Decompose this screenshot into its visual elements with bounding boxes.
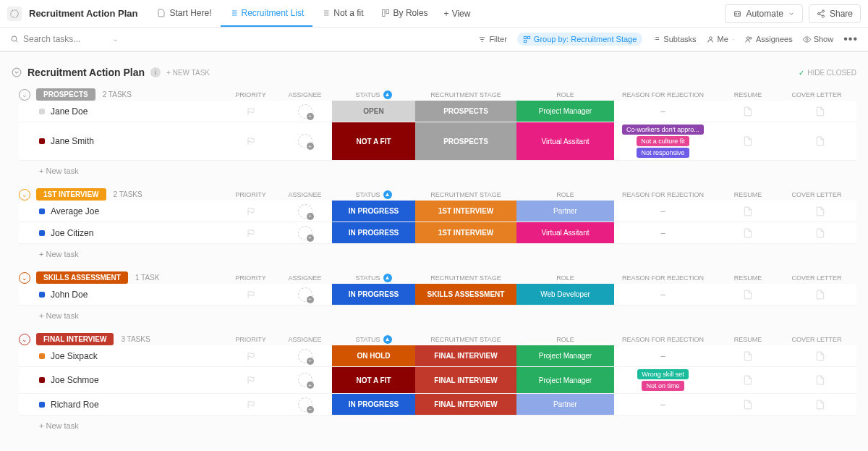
priority-cell[interactable] [224,101,278,122]
task-name[interactable]: Joe Schmoe [19,367,224,393]
stage-cell[interactable]: FINAL INTERVIEW [415,367,516,393]
collapse-icon[interactable]: ⌄ [19,89,30,101]
role-cell[interactable]: Project Manager [516,345,614,366]
document-icon[interactable] [743,289,753,300]
resume-cell[interactable] [712,122,784,160]
priority-cell[interactable] [224,394,278,415]
status-cell[interactable]: NOT A FIT [332,122,415,160]
status-cell[interactable]: NOT A FIT [332,367,415,393]
reason-cell[interactable]: – [614,201,712,222]
task-row[interactable]: Joe Schmoe NOT A FIT FINAL INTERVIEW Pro… [19,367,856,394]
role-cell[interactable]: Virtual Assitant [516,222,614,243]
group-badge[interactable]: SKILLS ASSESSMENT [36,271,128,284]
col-reason[interactable]: REASON FOR REJECTION [614,336,712,343]
document-icon[interactable] [743,399,753,410]
avatar-placeholder[interactable] [298,287,312,302]
flag-icon[interactable] [247,207,255,216]
assignee-cell[interactable] [278,122,332,160]
new-task-row[interactable]: + New task [19,161,856,175]
group-badge[interactable]: PROSPECTS [36,88,95,101]
col-priority[interactable]: PRIORITY [224,191,278,198]
col-resume[interactable]: RESUME [712,336,784,343]
document-icon[interactable] [815,227,825,239]
flag-icon[interactable] [247,290,255,299]
col-status[interactable]: STATUS▲ [332,90,415,99]
reason-cell[interactable]: – [614,345,712,366]
reason-cell[interactable]: – [614,394,712,415]
cover-cell[interactable] [784,122,856,160]
status-cell[interactable]: OPEN [332,101,415,122]
status-cell[interactable]: IN PROGRESS [332,284,415,305]
reason-tag[interactable]: Co-workers don't appro... [622,125,704,135]
col-reason[interactable]: REASON FOR REJECTION [614,191,712,198]
flag-icon[interactable] [247,107,255,116]
resume-cell[interactable] [712,394,784,415]
col-role[interactable]: ROLE [516,191,614,198]
col-assignee[interactable]: ASSIGNEE [278,91,332,98]
hide-closed-button[interactable]: ✓HIDE CLOSED [799,69,856,77]
col-cover[interactable]: COVER LETTER [784,274,856,282]
cover-cell[interactable] [784,101,856,122]
assignees-button[interactable]: Assignees [745,35,793,43]
collapse-icon[interactable]: ⌄ [19,272,30,284]
document-icon[interactable] [743,227,753,239]
reason-tag[interactable]: Not on time [642,381,684,391]
doc-title[interactable]: Recruitment Action Plan [29,8,137,19]
col-reason[interactable]: REASON FOR REJECTION [614,91,712,98]
col-status[interactable]: STATUS▲ [332,274,415,282]
col-cover[interactable]: COVER LETTER [784,336,856,343]
document-icon[interactable] [743,106,753,117]
more-menu[interactable]: ••• [843,33,858,46]
col-status[interactable]: STATUS▲ [332,190,415,199]
reason-cell[interactable]: – [614,284,712,305]
document-icon[interactable] [815,206,825,217]
task-row[interactable]: Average Joe IN PROGRESS 1ST INTERVIEW Pa… [19,201,856,222]
avatar-placeholder[interactable] [298,373,312,387]
task-name[interactable]: Jane Doe [19,101,224,122]
col-role[interactable]: ROLE [516,274,614,282]
assignee-cell[interactable] [278,394,332,415]
avatar-placeholder[interactable] [298,397,312,412]
col-priority[interactable]: PRIORITY [224,91,278,98]
task-row[interactable]: Richard Roe IN PROGRESS FINAL INTERVIEW … [19,394,856,416]
me-button[interactable]: Me· [707,35,735,43]
col-resume[interactable]: RESUME [712,91,784,98]
task-name[interactable]: Richard Roe [19,394,224,415]
role-cell[interactable]: Web Developer [516,284,614,305]
reason-tag[interactable]: Not a culture fit [637,136,689,146]
col-status[interactable]: STATUS▲ [332,335,415,344]
col-priority[interactable]: PRIORITY [224,274,278,282]
flag-icon[interactable] [247,376,255,384]
document-icon[interactable] [743,206,753,217]
avatar-placeholder[interactable] [298,349,312,363]
role-cell[interactable]: Partner [516,201,614,222]
col-assignee[interactable]: ASSIGNEE [278,274,332,282]
reason-tag[interactable]: Not responsive [637,148,689,158]
role-cell[interactable]: Project Manager [516,101,614,122]
col-cover[interactable]: COVER LETTER [784,91,856,98]
flag-icon[interactable] [247,137,255,146]
task-name[interactable]: John Doe [19,284,224,305]
new-task-row[interactable]: + New task [19,416,856,430]
priority-cell[interactable] [224,284,278,305]
priority-cell[interactable] [224,367,278,393]
document-icon[interactable] [815,350,825,362]
reason-tag[interactable]: Wrong skill set [637,369,688,379]
document-icon[interactable] [815,106,825,117]
new-task-row[interactable]: + New task [19,305,856,320]
document-icon[interactable] [815,374,825,386]
tab-by-roles[interactable]: By Roles [373,0,437,27]
assignee-cell[interactable] [278,284,332,305]
resume-cell[interactable] [712,201,784,222]
role-cell[interactable]: Project Manager [516,367,614,393]
add-view-button[interactable]: +View [437,9,478,19]
new-task-row[interactable]: + New task [19,244,856,258]
stage-cell[interactable]: FINAL INTERVIEW [415,345,516,366]
document-icon[interactable] [815,289,825,300]
automate-button[interactable]: Automate [725,4,803,23]
status-cell[interactable]: IN PROGRESS [332,201,415,222]
group-badge[interactable]: 1ST INTERVIEW [36,188,106,201]
stage-cell[interactable]: FINAL INTERVIEW [415,394,516,415]
document-icon[interactable] [815,399,825,410]
priority-cell[interactable] [224,222,278,243]
